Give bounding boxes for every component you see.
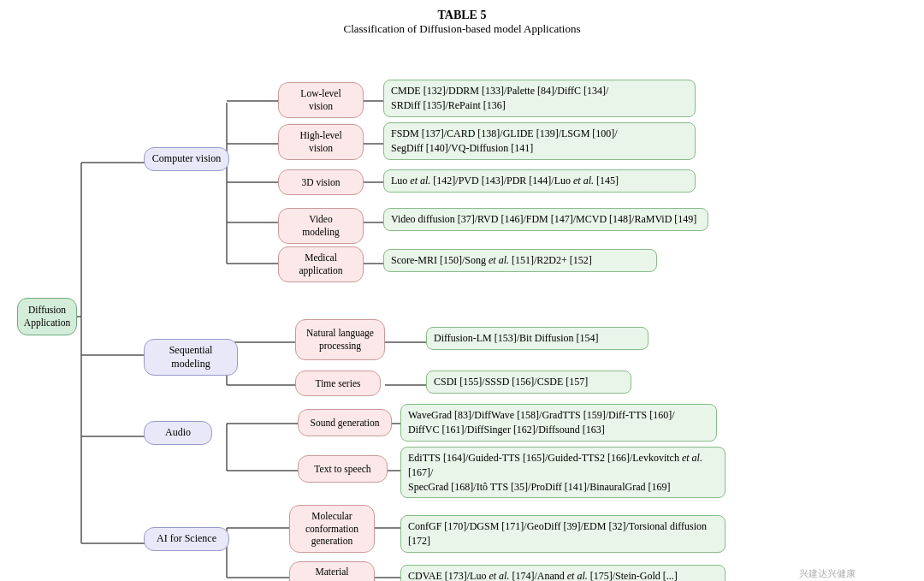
- sub-nlp-label: Natural languageprocessing: [306, 327, 374, 353]
- root-node: DiffusionApplication: [17, 298, 77, 335]
- sub-sg: Sound generation: [298, 409, 392, 436]
- content-llv-text: CMDE [132]/DDRM [133]/Palette [84]/DiffC…: [391, 85, 608, 111]
- sub-ts: Time series: [295, 371, 381, 396]
- sub-med: Medicalapplication: [278, 246, 364, 282]
- content-3dv-text: Luo et al. [142]/PVD [143]/PDR [144]/Luo…: [391, 175, 619, 187]
- table-label: TABLE 5: [17, 9, 907, 22]
- cat-seq-label: Sequential modeling: [151, 344, 230, 371]
- content-vid-text: Video diffusion [37]/RVD [146]/FDM [147]…: [391, 213, 696, 225]
- content-med-text: Score-MRI [150]/Song et al. [151]/R2D2+ …: [391, 254, 592, 266]
- content-med: Score-MRI [150]/Song et al. [151]/R2D2+ …: [383, 249, 657, 272]
- content-sg: WaveGrad [83]/DiffWave [158]/GradTTS [15…: [400, 404, 717, 442]
- content-llv: CMDE [132]/DDRM [133]/Palette [84]/DiffC…: [383, 80, 696, 117]
- content-ts-text: CSDI [155]/SSSD [156]/CSDE [157]: [434, 376, 588, 388]
- sub-tts-label: Text to speech: [314, 463, 370, 476]
- title-section: TABLE 5 Classification of Diffusion-base…: [17, 9, 907, 36]
- cat-cv-label: Computer vision: [152, 152, 221, 166]
- sub-llv: Low-levelvision: [278, 82, 364, 118]
- content-nlp: Diffusion-LM [153]/Bit Diffusion [154]: [426, 327, 649, 350]
- content-hlv: FSDM [137]/CARD [138]/GLIDE [139]/LSGM […: [383, 122, 696, 160]
- sub-mat: MaterialDesign: [289, 561, 375, 581]
- content-3dv: Luo et al. [142]/PVD [143]/PDR [144]/Luo…: [383, 169, 696, 193]
- table-desc: Classification of Diffusion-based model …: [17, 22, 907, 36]
- sub-tts: Text to speech: [298, 455, 388, 483]
- sub-hlv-label: High-levelvision: [299, 129, 341, 155]
- sub-vid-label: Videomodeling: [302, 213, 339, 239]
- sub-3dv: 3D vision: [278, 169, 364, 195]
- sub-mat-label: MaterialDesign: [316, 566, 349, 581]
- sub-hlv: High-levelvision: [278, 124, 364, 160]
- sub-sg-label: Sound generation: [311, 417, 380, 430]
- watermark: 兴建达兴健康: [799, 567, 856, 580]
- sub-mol: Molecularconformationgeneration: [289, 505, 375, 553]
- content-tts: EdiTTS [164]/Guided-TTS [165]/Guided-TTS…: [400, 447, 726, 498]
- content-hlv-text: FSDM [137]/CARD [138]/GLIDE [139]/LSGM […: [391, 127, 618, 154]
- content-sg-text: WaveGrad [83]/DiffWave [158]/GradTTS [15…: [408, 409, 675, 436]
- root-label: DiffusionApplication: [24, 304, 70, 329]
- page: TABLE 5 Classification of Diffusion-base…: [0, 0, 924, 581]
- sub-3dv-label: 3D vision: [301, 176, 340, 189]
- sub-med-label: Medicalapplication: [299, 252, 342, 277]
- sub-vid: Videomodeling: [278, 208, 364, 244]
- content-mol: ConfGF [170]/DGSM [171]/GeoDiff [39]/EDM…: [400, 515, 726, 553]
- content-nlp-text: Diffusion-LM [153]/Bit Diffusion [154]: [434, 332, 599, 344]
- content-mat: CDVAE [173]/Luo et al. [174]/Anand et al…: [400, 565, 726, 581]
- cat-sci-label: AI for Science: [157, 532, 216, 546]
- content-tts-text: EdiTTS [164]/Guided-TTS [165]/Guided-TTS…: [408, 452, 702, 493]
- cat-audio: Audio: [144, 421, 212, 445]
- sub-mol-label: Molecularconformationgeneration: [305, 510, 358, 548]
- content-mol-text: ConfGF [170]/DGSM [171]/GeoDiff [39]/EDM…: [408, 520, 707, 547]
- cat-seq: Sequential modeling: [144, 339, 238, 376]
- tree-wrapper: DiffusionApplication Computer vision Seq…: [17, 51, 907, 581]
- content-mat-text: CDVAE [173]/Luo et al. [174]/Anand et al…: [408, 570, 678, 581]
- sub-nlp: Natural languageprocessing: [295, 319, 385, 360]
- cat-audio-label: Audio: [165, 426, 191, 440]
- content-ts: CSDI [155]/SSSD [156]/CSDE [157]: [426, 371, 631, 394]
- sub-llv-label: Low-levelvision: [300, 87, 341, 113]
- cat-cv: Computer vision: [144, 147, 229, 171]
- sub-ts-label: Time series: [316, 377, 361, 390]
- cat-sci: AI for Science: [144, 527, 229, 551]
- content-vid: Video diffusion [37]/RVD [146]/FDM [147]…: [383, 208, 708, 231]
